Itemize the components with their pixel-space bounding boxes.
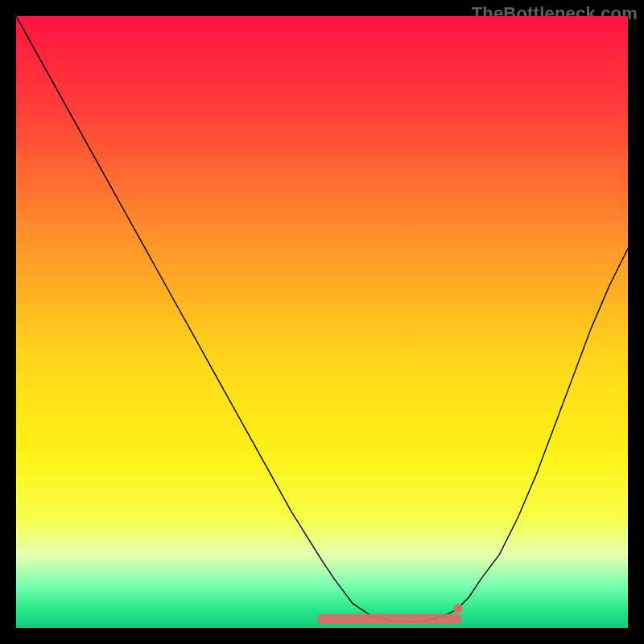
bottleneck-chart: [16, 16, 628, 628]
optimum-end-dot: [453, 604, 463, 613]
chart-frame: TheBottleneck.com: [0, 0, 644, 644]
plot-area: [16, 16, 628, 628]
chart-background: [16, 16, 628, 628]
